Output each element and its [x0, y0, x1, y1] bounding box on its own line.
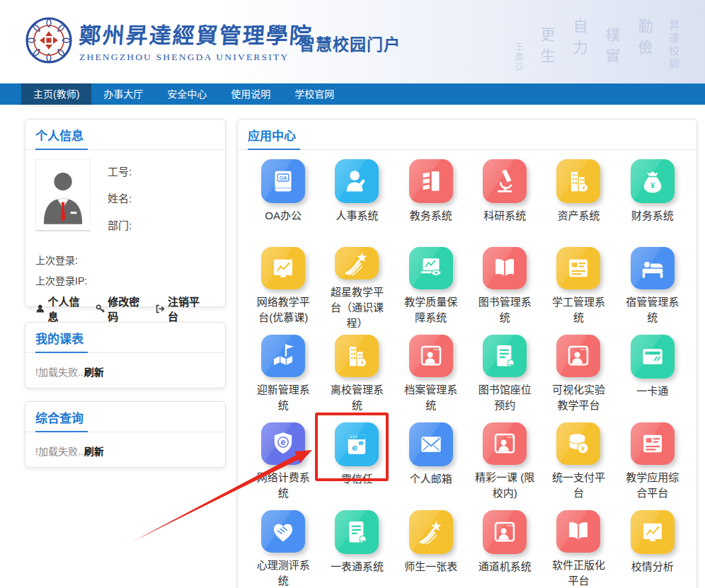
app-1[interactable]: 人事系统 — [320, 159, 394, 238]
envelope-icon — [409, 422, 453, 466]
app-29[interactable]: 校情分析 — [616, 510, 689, 588]
logout-icon — [155, 304, 165, 314]
app-label: 软件正版化平台 — [548, 558, 609, 588]
app-label: 校情分析 — [622, 559, 683, 575]
app-label: 图书馆座位预约 — [474, 382, 535, 413]
university-logo-icon — [25, 17, 72, 64]
chartwin-icon — [261, 247, 305, 289]
bed-icon — [631, 247, 675, 289]
nav-item-0[interactable]: 主页(教师) — [21, 83, 91, 105]
app-label: 科研系统 — [474, 208, 535, 224]
app-label: 个人邮箱 — [401, 471, 462, 487]
timetable-error-text: !加载失败.. — [35, 367, 84, 378]
app-23[interactable]: 教学应用综合平台 — [616, 422, 689, 501]
app-21[interactable]: 精彩一课 (限校内) — [468, 422, 541, 501]
profile-card-title: 个人信息 — [35, 129, 84, 143]
doclist-icon — [483, 335, 527, 377]
windowperson-icon — [409, 335, 453, 377]
app-7[interactable]: 超星教学平台（通识课程） — [320, 247, 394, 325]
profile-card: 个人信息 工号: 姓名: 部门: — [25, 119, 226, 307]
portal-page: 鄭州昇達經貿管理學院 ZHENGZHOU SHENGDA UNIVERSITY … — [0, 0, 705, 588]
app-label: 教务系统 — [401, 208, 462, 224]
app-0[interactable]: OA办公 — [246, 159, 320, 238]
app-5[interactable]: 财务系统 — [616, 159, 689, 238]
field-department: 部门: — [108, 217, 132, 232]
nav-item-2[interactable]: 安全中心 — [155, 83, 219, 105]
field-employee-id: 工号: — [108, 163, 132, 178]
oa-icon — [261, 159, 305, 203]
app-25[interactable]: 一表通系统 — [320, 510, 394, 588]
laptop-icon — [409, 247, 453, 289]
idcard-icon — [556, 247, 600, 289]
app-2[interactable]: 教务系统 — [394, 159, 468, 238]
dbcoins-icon — [556, 422, 600, 465]
app-center-title: 应用中心 — [248, 129, 296, 143]
avatar-person-icon — [41, 166, 85, 225]
query-card: 综合查询 !加载失败..刷新 — [25, 401, 226, 468]
app-22[interactable]: 统一支付平台 — [541, 422, 615, 501]
app-26[interactable]: 师生一张表 — [394, 510, 468, 588]
app-20[interactable]: 个人邮箱 — [394, 422, 468, 501]
app-16[interactable]: 可视化实验教学平台 — [541, 335, 615, 413]
app-15[interactable]: 图书馆座位预约 — [468, 335, 541, 413]
card-icon — [631, 335, 675, 379]
profile-link-1[interactable]: 修改密码 — [96, 294, 147, 323]
building-icon — [556, 159, 600, 203]
app-label: 一卡通 — [622, 384, 683, 399]
app-12[interactable]: 迎新管理系统 — [246, 335, 320, 413]
comet-icon — [409, 510, 453, 554]
comet-icon — [335, 247, 379, 279]
app-highlighted-19[interactable]: 零信任 — [320, 422, 394, 501]
app-17[interactable]: 一卡通 — [616, 335, 689, 413]
app-10[interactable]: 学工管理系统 — [541, 247, 615, 325]
app-label: 图书管理系统 — [474, 294, 535, 325]
app-label: 教学质量保障系统 — [401, 294, 462, 325]
app-label: 学工管理系统 — [548, 294, 609, 325]
app-6[interactable]: 网络教学平台(优慕课) — [246, 247, 320, 325]
nav-item-1[interactable]: 办事大厅 — [91, 83, 155, 105]
openbook-icon — [556, 510, 600, 553]
doclist-icon — [335, 510, 379, 554]
app-label: 人事系统 — [326, 208, 387, 224]
main-nav: 主页(教师)办事大厅安全中心使用说明学校官网 — [0, 83, 705, 105]
app-label: 网络计费系统 — [253, 470, 314, 501]
nav-item-3[interactable]: 使用说明 — [219, 83, 282, 105]
app-label: OA办公 — [253, 208, 314, 224]
windowperson-icon — [556, 335, 600, 377]
browsere-icon — [335, 422, 379, 466]
app-3[interactable]: 科研系统 — [468, 159, 541, 238]
app-4[interactable]: 资产系统 — [541, 159, 615, 238]
app-label: 通道机系统 — [474, 559, 535, 575]
user-icon — [35, 304, 45, 314]
app-11[interactable]: 宿管管理系统 — [616, 247, 689, 325]
chartwin-icon — [631, 510, 675, 554]
app-center-card: 应用中心 OA办公人事系统教务系统科研系统资产系统财务系统网络教学平台(优慕课)… — [237, 119, 697, 588]
profile-link-label: 修改密码 — [108, 294, 146, 323]
app-18[interactable]: 网络计费系统 — [246, 422, 320, 501]
shielde-icon — [261, 422, 305, 465]
app-8[interactable]: 教学质量保障系统 — [394, 247, 468, 325]
key-icon — [96, 304, 105, 314]
app-27[interactable]: 通道机系统 — [468, 510, 541, 588]
timetable-card-header: 我的课表 — [25, 323, 225, 353]
university-name-cn: 鄭州昇達經貿管理學院 — [78, 18, 314, 50]
app-14[interactable]: 档案管理系统 — [394, 335, 468, 413]
app-9[interactable]: 图书管理系统 — [468, 247, 541, 325]
app-13[interactable]: 离校管理系统 — [320, 335, 394, 413]
timetable-card-title: 我的课表 — [35, 333, 84, 346]
app-label: 财务系统 — [622, 208, 683, 224]
app-grid: OA办公人事系统教务系统科研系统资产系统财务系统网络教学平台(优慕课)超星教学平… — [238, 150, 697, 588]
app-28[interactable]: 软件正版化平台 — [541, 510, 615, 588]
app-label: 离校管理系统 — [326, 382, 387, 413]
profile-link-0[interactable]: 个人信息 — [35, 294, 86, 323]
query-refresh-link[interactable]: 刷新 — [84, 446, 104, 457]
app-24[interactable]: 心理测评系统 — [246, 510, 320, 588]
motto-col: 自力 — [568, 18, 590, 61]
profile-link-2[interactable]: 注销平台 — [155, 294, 206, 323]
school-motto-calligraphy: 昇達校訓 勤儉 樸實 自力 更生 王廣亞 — [507, 18, 687, 72]
nav-item-4[interactable]: 学校官网 — [282, 83, 346, 105]
app-label: 网络教学平台(优慕课) — [253, 294, 314, 325]
timetable-refresh-link[interactable]: 刷新 — [84, 367, 104, 378]
motto-col: 勤儉 — [634, 18, 655, 61]
motto-col: 更生 — [536, 27, 557, 69]
